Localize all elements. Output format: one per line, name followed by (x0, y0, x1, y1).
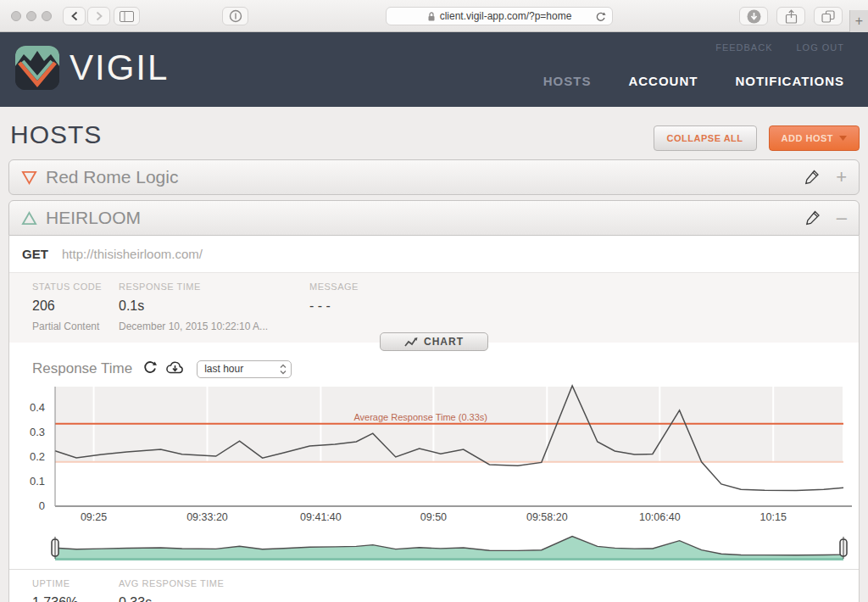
svg-text:09:33:20: 09:33:20 (186, 511, 228, 523)
chevron-left-icon (70, 11, 79, 21)
share-icon (785, 9, 798, 24)
logout-link[interactable]: LOG OUT (796, 42, 844, 53)
caret-down-icon (839, 136, 847, 141)
request-url: http://thisisheirloom.com/ (62, 247, 203, 261)
extension-button[interactable] (222, 7, 248, 25)
new-tab-label: + (855, 14, 863, 29)
svg-text:0.4: 0.4 (30, 401, 45, 414)
nav-link-hosts[interactable]: HOSTS (543, 74, 592, 88)
brand-name: VIGIL (70, 47, 169, 88)
extension-icon (229, 9, 242, 23)
address-bar-url: client.vigil-app.com/?p=home (440, 10, 572, 22)
forward-button[interactable] (87, 7, 110, 25)
app-navbar: VIGIL FEEDBACK LOG OUT HOSTS ACCOUNT NOT… (0, 32, 868, 107)
time-range-value: last hour (204, 363, 243, 375)
avg-response-time-label: AVG RESPONSE TIME (119, 578, 309, 588)
line-chart-icon (404, 337, 418, 348)
back-button[interactable] (63, 7, 86, 25)
sidebar-icon (120, 11, 134, 22)
refresh-icon (142, 360, 158, 375)
host-panel-heirloom[interactable]: HEIRLOOM – (8, 200, 860, 236)
downloads-button[interactable] (739, 7, 768, 25)
response-time-chart[interactable]: Average Response Time (0.33s)00.10.20.30… (9, 380, 859, 528)
nav-link-notifications[interactable]: NOTIFICATIONS (735, 74, 844, 88)
status-text: Partial Content (32, 321, 119, 343)
share-button[interactable] (776, 7, 805, 25)
collapse-all-button[interactable]: COLLAPSE ALL (654, 125, 757, 151)
message-value: - - - (309, 298, 859, 314)
browser-chrome: client.vigil-app.com/?p=home + (0, 0, 868, 32)
request-method: GET (22, 247, 48, 261)
svg-text:0: 0 (39, 499, 45, 512)
status-code-label: STATUS CODE (32, 281, 119, 292)
host-name: Red Rome Logic (46, 167, 178, 187)
svg-text:0.2: 0.2 (30, 450, 45, 463)
reload-icon (595, 11, 606, 23)
checked-at-timestamp: December 10, 2015 10:22:10 A... (119, 321, 309, 343)
svg-text:0.3: 0.3 (30, 426, 45, 438)
expand-host-button[interactable]: + (836, 168, 847, 187)
page-title: HOSTS (10, 120, 102, 149)
host-name: HEIRLOOM (46, 208, 141, 228)
uptime-label: UPTIME (32, 578, 119, 588)
sidebar-toggle-button[interactable] (114, 7, 140, 25)
chart-range-navigator[interactable] (9, 530, 859, 569)
cloud-download-icon (165, 360, 186, 375)
nav-link-account[interactable]: ACCOUNT (628, 74, 698, 88)
svg-text:Average Response Time (0.33s): Average Response Time (0.33s) (353, 412, 487, 422)
add-host-label: ADD HOST (782, 133, 833, 143)
collapse-host-button[interactable]: – (837, 209, 847, 227)
avg-response-time-value: 0.33s (119, 595, 309, 602)
svg-text:09:41:40: 09:41:40 (300, 511, 342, 523)
select-stepper-icon (280, 364, 287, 375)
edit-host-button[interactable] (804, 169, 821, 186)
triangle-down-icon (21, 170, 37, 185)
chevron-right-icon (95, 11, 103, 21)
address-bar[interactable]: client.vigil-app.com/?p=home (386, 7, 613, 25)
new-tab-button[interactable]: + (849, 10, 868, 32)
svg-text:0.1: 0.1 (30, 475, 45, 488)
refresh-button[interactable] (142, 360, 158, 378)
tabs-icon (821, 10, 835, 23)
uptime-value: 1.736% (32, 595, 119, 602)
navigator-handle[interactable] (52, 537, 58, 559)
svg-text:09:50: 09:50 (420, 511, 447, 523)
host-panel-red-rome-logic[interactable]: Red Rome Logic + (8, 159, 860, 195)
chart-toggle-button[interactable]: CHART (380, 332, 488, 351)
navigator-handle[interactable] (840, 537, 847, 559)
vigil-logo-icon (15, 46, 59, 90)
svg-text:10:06:40: 10:06:40 (639, 511, 681, 523)
host-panel-body: GET http://thisisheirloom.com/ STATUS CO… (8, 236, 860, 602)
window-close-button[interactable] (11, 11, 21, 21)
window-minimize-button[interactable] (26, 11, 36, 21)
app-logo[interactable]: VIGIL (15, 46, 169, 90)
feedback-link[interactable]: FEEDBACK (715, 42, 772, 53)
add-host-button[interactable]: ADD HOST (769, 125, 860, 151)
status-code-value: 206 (32, 298, 119, 314)
svg-text:09:25: 09:25 (81, 511, 107, 523)
response-time-value: 0.1s (119, 298, 309, 314)
pencil-icon (804, 209, 821, 226)
svg-text:09:58:20: 09:58:20 (526, 511, 568, 523)
edit-host-button[interactable] (804, 209, 821, 226)
response-time-label: RESPONSE TIME (119, 281, 309, 292)
reload-button[interactable] (595, 11, 606, 25)
chart-button-label: CHART (424, 336, 464, 348)
export-button[interactable] (165, 360, 186, 378)
svg-text:10:15: 10:15 (760, 511, 787, 523)
time-range-select[interactable]: last hour (197, 360, 292, 378)
pencil-icon (804, 169, 821, 186)
message-label: MESSAGE (309, 281, 859, 292)
triangle-up-icon (21, 211, 37, 226)
lock-icon (427, 11, 436, 22)
download-icon (747, 9, 761, 24)
tabs-overview-button[interactable] (814, 7, 843, 25)
chart-title: Response Time (32, 360, 132, 377)
window-zoom-button[interactable] (42, 11, 52, 21)
